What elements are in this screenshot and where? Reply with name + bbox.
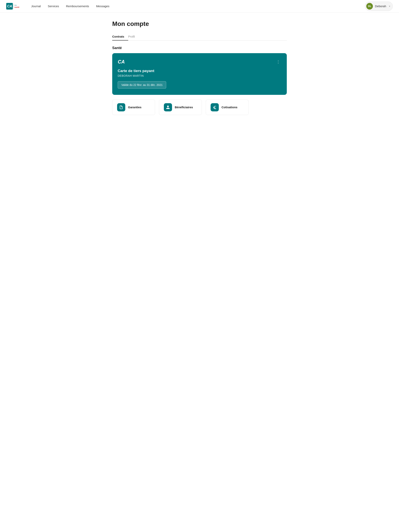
more-options-icon[interactable]: ⋮ (275, 59, 281, 65)
nav-menu: Journal Services Remboursements Messages (31, 4, 365, 9)
document-icon (119, 105, 123, 109)
beneficiaires-icon-wrapper (164, 103, 172, 111)
nav-services[interactable]: Services (48, 4, 59, 9)
avatar: DL (366, 3, 373, 10)
cotisations-icon-wrapper (211, 103, 219, 111)
garanties-icon-wrapper (117, 103, 125, 111)
nav-journal[interactable]: Journal (31, 4, 41, 9)
tiers-card-title: Carte de tiers payant (118, 69, 281, 73)
svg-text:santé: santé (14, 6, 19, 8)
action-cards: Garanties Bénéficiaires Cotisations (112, 100, 287, 115)
validity-badge: Valide du 22 févr. au 31 déc. 2021 (118, 81, 166, 89)
euro-icon (212, 105, 217, 109)
svg-text:ma: ma (14, 4, 17, 6)
svg-text:CA: CA (7, 4, 12, 8)
garanties-card[interactable]: Garanties (112, 100, 155, 115)
svg-text:CA: CA (118, 59, 125, 64)
user-name: Deborah (375, 5, 386, 8)
cotisations-label: Cotisations (221, 106, 238, 109)
page-title: Mon compte (112, 20, 287, 27)
main-content: Mon compte Contrats Profil Santé CA ⋮ Ca… (106, 13, 293, 123)
nav-messages[interactable]: Messages (96, 4, 109, 9)
tabs: Contrats Profil (112, 33, 287, 40)
cotisations-card[interactable]: Cotisations (206, 100, 249, 115)
tab-profil[interactable]: Profil (128, 33, 139, 40)
garanties-label: Garanties (128, 106, 142, 109)
beneficiaires-label: Bénéficiaires (175, 106, 193, 109)
tiers-payant-card: CA ⋮ Carte de tiers payant DEBORAH MARTI… (112, 53, 287, 95)
tiers-card-holder-name: DEBORAH MARTIN (118, 74, 281, 77)
tab-contrats[interactable]: Contrats (112, 33, 128, 40)
navbar: CA ma santé Journal Services Rembourseme… (0, 0, 399, 13)
chevron-down-icon: ∨ (389, 5, 390, 7)
beneficiaires-card[interactable]: Bénéficiaires (159, 100, 202, 115)
logo[interactable]: CA ma santé (6, 3, 22, 10)
section-sante-title: Santé (112, 46, 287, 50)
person-icon (166, 105, 170, 109)
tiers-card-header: CA ⋮ (118, 59, 281, 65)
ca-logo-white-icon: CA (118, 59, 125, 65)
user-menu[interactable]: DL Deborah ∨ (365, 1, 393, 11)
nav-remboursements[interactable]: Remboursements (66, 4, 89, 9)
